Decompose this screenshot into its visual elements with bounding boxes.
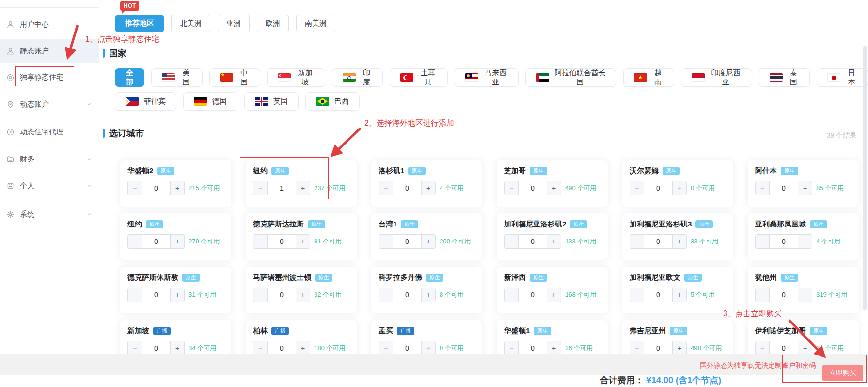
- quantity-stepper[interactable]: − 0 +: [504, 288, 561, 302]
- decrease-button[interactable]: −: [505, 181, 519, 195]
- country-filter-th[interactable]: 泰国: [759, 68, 810, 87]
- decrease-button[interactable]: −: [630, 288, 644, 302]
- quantity-value[interactable]: 0: [142, 341, 170, 355]
- region-tab-5[interactable]: 南美洲: [296, 15, 335, 32]
- decrease-button[interactable]: −: [128, 341, 142, 355]
- quantity-value[interactable]: 0: [519, 288, 547, 302]
- quantity-stepper[interactable]: − 0 +: [253, 341, 310, 355]
- decrease-button[interactable]: −: [253, 341, 268, 355]
- increase-button[interactable]: +: [170, 181, 184, 195]
- country-filter-in[interactable]: 印度: [332, 68, 383, 87]
- quantity-stepper[interactable]: − 0 +: [127, 341, 185, 355]
- quantity-stepper[interactable]: − 0 +: [630, 234, 687, 249]
- quantity-stepper[interactable]: − 0 +: [504, 234, 561, 249]
- increase-button[interactable]: +: [296, 181, 310, 195]
- quantity-value[interactable]: 0: [519, 341, 547, 355]
- decrease-button[interactable]: −: [756, 235, 770, 248]
- quantity-value[interactable]: 0: [519, 181, 547, 195]
- decrease-button[interactable]: −: [128, 235, 142, 248]
- decrease-button[interactable]: −: [505, 288, 519, 302]
- quantity-stepper[interactable]: − 0 +: [253, 234, 310, 249]
- country-filter-cn[interactable]: 中国: [209, 68, 261, 87]
- country-filter-id[interactable]: 印度尼西亚: [681, 68, 752, 87]
- increase-button[interactable]: +: [170, 288, 184, 302]
- decrease-button[interactable]: −: [630, 235, 644, 248]
- increase-button[interactable]: +: [798, 341, 812, 355]
- country-filter-tr[interactable]: 土耳其: [390, 68, 447, 87]
- decrease-button[interactable]: −: [128, 288, 142, 302]
- increase-button[interactable]: +: [798, 235, 812, 248]
- increase-button[interactable]: +: [798, 288, 812, 302]
- quantity-value[interactable]: 0: [393, 341, 421, 355]
- quantity-value[interactable]: 0: [770, 235, 798, 248]
- quantity-value[interactable]: 0: [644, 235, 672, 248]
- scrollbar-thumb[interactable]: [863, 46, 867, 310]
- country-filter-sg[interactable]: 新加坡: [267, 68, 325, 87]
- quantity-stepper[interactable]: − 0 +: [755, 234, 812, 249]
- increase-button[interactable]: +: [547, 288, 561, 302]
- quantity-stepper[interactable]: − 0 +: [630, 288, 687, 302]
- quantity-value[interactable]: 0: [142, 235, 170, 248]
- quantity-stepper[interactable]: − 0 +: [504, 341, 561, 355]
- quantity-stepper[interactable]: − 0 +: [630, 341, 687, 355]
- sidebar-item-6[interactable]: 财务: [0, 147, 99, 171]
- increase-button[interactable]: +: [798, 181, 812, 195]
- quantity-stepper[interactable]: − 0 +: [127, 288, 185, 302]
- quantity-value[interactable]: 0: [519, 235, 547, 248]
- country-filter-gb[interactable]: 英国: [244, 92, 299, 111]
- decrease-button[interactable]: −: [630, 181, 644, 195]
- decrease-button[interactable]: −: [379, 341, 393, 355]
- quantity-value[interactable]: 0: [644, 288, 672, 302]
- increase-button[interactable]: +: [296, 341, 310, 355]
- quantity-stepper[interactable]: − 0 +: [755, 341, 812, 355]
- decrease-button[interactable]: −: [253, 181, 268, 195]
- quantity-stepper[interactable]: − 0 +: [127, 181, 185, 195]
- increase-button[interactable]: +: [170, 235, 184, 248]
- sidebar-item-2[interactable]: 静态账户: [0, 39, 99, 63]
- quantity-stepper[interactable]: − 1 +: [253, 181, 310, 195]
- increase-button[interactable]: +: [672, 181, 686, 195]
- quantity-stepper[interactable]: − 0 +: [379, 234, 436, 249]
- quantity-stepper[interactable]: − 0 +: [379, 288, 436, 302]
- decrease-button[interactable]: −: [253, 288, 268, 302]
- quantity-value[interactable]: 0: [393, 288, 421, 302]
- increase-button[interactable]: +: [421, 235, 435, 248]
- sidebar-item-1[interactable]: 用户中心: [0, 12, 99, 36]
- country-filter-all[interactable]: 全部: [115, 68, 144, 87]
- region-tab-1[interactable]: 推荐地区: [115, 15, 164, 32]
- decrease-button[interactable]: −: [505, 341, 519, 355]
- increase-button[interactable]: +: [547, 235, 561, 248]
- quantity-value[interactable]: 0: [268, 235, 296, 248]
- quantity-stepper[interactable]: − 0 +: [127, 234, 185, 249]
- quantity-value[interactable]: 0: [770, 341, 798, 355]
- sidebar-item-4[interactable]: 动态账户: [0, 92, 99, 116]
- quantity-value[interactable]: 0: [142, 288, 170, 302]
- increase-button[interactable]: +: [547, 341, 561, 355]
- region-tab-4[interactable]: 欧洲: [257, 15, 289, 32]
- decrease-button[interactable]: −: [756, 341, 770, 355]
- decrease-button[interactable]: −: [756, 288, 770, 302]
- decrease-button[interactable]: −: [379, 288, 393, 302]
- quantity-value[interactable]: 0: [644, 181, 672, 195]
- increase-button[interactable]: +: [170, 341, 184, 355]
- increase-button[interactable]: +: [547, 181, 561, 195]
- increase-button[interactable]: +: [421, 181, 435, 195]
- quantity-stepper[interactable]: − 0 +: [379, 341, 436, 355]
- quantity-stepper[interactable]: − 0 +: [630, 181, 687, 195]
- region-tab-3[interactable]: 亚洲: [218, 15, 250, 32]
- country-filter-us[interactable]: 美国: [151, 68, 203, 87]
- decrease-button[interactable]: −: [253, 235, 268, 248]
- increase-button[interactable]: +: [421, 341, 435, 355]
- decrease-button[interactable]: −: [630, 341, 644, 355]
- increase-button[interactable]: +: [672, 341, 686, 355]
- quantity-value[interactable]: 0: [393, 235, 421, 248]
- quantity-value[interactable]: 0: [393, 181, 421, 195]
- quantity-value[interactable]: 0: [268, 341, 296, 355]
- country-filter-ae[interactable]: 阿拉伯联合酋长国: [525, 68, 616, 87]
- increase-button[interactable]: +: [296, 288, 310, 302]
- quantity-value[interactable]: 0: [644, 341, 672, 355]
- quantity-value[interactable]: 0: [770, 181, 798, 195]
- quantity-value[interactable]: 1: [268, 181, 296, 195]
- quantity-value[interactable]: 0: [770, 288, 798, 302]
- sidebar-item-3[interactable]: 独享静态住宅: [0, 65, 99, 89]
